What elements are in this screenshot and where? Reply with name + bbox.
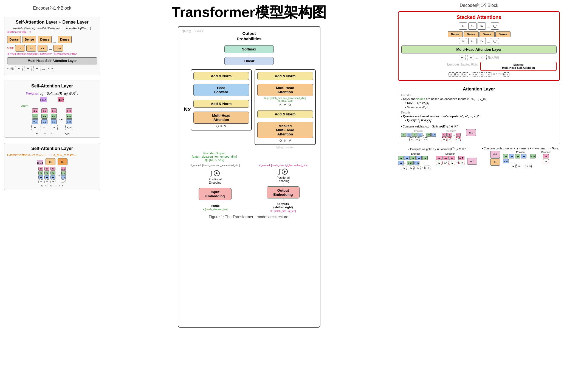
stacked-attn-title: Stacked Attentions [401,15,557,20]
output-embedding: OutputEmbedding [267,186,300,198]
u2-r: u₂ [467,55,474,60]
dec-note-1: • Queries are based on decoder's inputs … [401,115,557,118]
dense-s2: Dense [464,31,479,37]
q-label-dec: Q K V [280,139,291,142]
q-dec-large: q₁ q₂ q₃ ... q_T [436,156,464,160]
dense-s3: Dense [480,31,495,37]
alpha-right-big: α·1 [467,158,477,165]
qkv-b2: q₂ k₂ v₂ x₂ [44,167,49,183]
enc-note-1: • Keys and values are based on encoder's… [401,97,557,101]
qkv-g2: q₋₂ k₋₂ v₋₂ x₂ [41,108,48,130]
main-title: Transformer模型架构图 [172,3,326,22]
u2-group: u₂=ReLU(W₀e_m) [38,27,60,30]
center-panel: Transformer模型架构图 制作自：SHWEI OutputProbabi… [104,0,394,392]
alpha-1-right: α·1 [466,129,476,136]
context-formula: Context vector: c₋₂ = α₁₂v₋₁ + ··· + α_m… [7,153,97,157]
context-diagram-row: α·1 c₁ Encoder k₁ v₁ k₂ v₂ ... k_m [490,151,551,168]
c2-ctx: c₂ [58,158,67,165]
embed-labels-row: X_embed: [batch_size, seq_len, embed_dim… [182,164,316,167]
dec-wave: ∫ [278,168,280,175]
page: Encoder的1个Block Self-Attention Layer + D… [0,0,564,392]
pos-enc-row: ∫ + PositionalEncoding InputEmbedding In… [182,168,316,212]
encoder-block: Add & Norm FeedForward Add & Norm Multi-… [191,69,252,130]
enc-add-norm-1: Add & Norm [193,100,249,108]
tmp-label: tmp: [batch_size,seq_len,embed_dim]kl: [… [264,97,306,102]
decoder-block-title: Decoder的1个Block [398,3,560,8]
dense-stacked-row: Dense Dense Dense Dense [401,31,557,37]
dec-pe-inner: ∫ + [278,168,287,175]
transformer-diagram: 制作自：SHWEI OutputProbabilities Softmax Li… [178,26,320,328]
outputs-label: Outputs(shifted right) [273,202,293,209]
alpha-row: α₋₁ α₋₂ [40,97,64,102]
enc-pe-inner: ∫ + [210,170,219,177]
x1: x₁ [15,66,23,71]
qkv-b1: q₁ k₁ v₁ x₁ [38,167,43,183]
weight-formula-bottom: • Compute weights: α·1 = Softmax(KTq1) ∈… [408,147,467,152]
right-bottom-two: • Compute weights: α·1 = Softmax(KTq1) ∈… [398,147,560,170]
output-section: OutputProbabilities Softmax Linear [182,31,316,68]
s1: s₁ [459,22,467,30]
alpha-c-ctx: α·1 c₁ [490,151,500,168]
kv-label: Q K V [216,124,226,128]
sn: s_n [491,22,499,30]
decoder-block: Add & Norm Multi-HeadAttention tmp: [bat… [255,69,316,145]
x-dec-large: x₁' x₂' x₃' ... x_T' [436,161,464,165]
self-attn-title-2: Self-Attention Layer [7,84,97,89]
encoder-side: Encoder Stacked Right [401,62,478,71]
attn-weight-diagram: α₋₁ α₋₂ query q₋₁ k₋₁ v₋₁ x₁ q₋₂ k₋₂ [7,97,97,135]
z3: z₃ [478,38,486,44]
vline-out1 [249,42,249,44]
dec-add-norm-3: Add & Norm [257,72,313,80]
enc-dec-diagram: Encoder k₁ v₁ k₂ v₂ ... k_m v_m [401,130,461,141]
x-labels-bottom: x₁ x₂ x₃ ... x_m [41,184,64,187]
self-attn-weight-section: Self-Attention Layer Weights: α·j = Soft… [4,81,100,138]
enc-output-text: Encoder Output:[batch_size,seq_len, embe… [182,152,246,162]
qkv-b3: q₃ k₃ v₃ x₃ [50,167,55,183]
encoder-block-title: Encoder的1个Block [4,5,100,11]
c2-box: c₂ [26,45,36,52]
z-boxes-row: z₁ z₂ z₃ ... z_n [401,38,557,44]
enc-plus-circle: + [214,170,220,176]
alpha-col: α·1 [466,124,476,141]
dense-box-1: Dense [7,36,21,43]
attn-layer-title: Attention Layer [401,87,557,92]
dec-q-ctx: Decoder q₁ x₁' [541,151,551,168]
self-attn-title-3: Self-Attention Layer [7,146,97,151]
alpha-2-ctx: α₋₂ [37,160,43,165]
right-bottom-context: • Compute context vector: c₋₁ = α₁₁v₋₁ +… [481,147,560,170]
enc-note-2: • Key: ki = WKxi. [401,101,557,105]
z1: z₁ [459,38,467,44]
enc-add-norm-2: Add & Norm [193,72,249,80]
context-diagram: α₋₂ c₁ c₂ q₁ k₁ v₁ x₁ q₂ k₂ v₂ [7,158,97,187]
encoder-dense-section: Self-Attention Layer + Dense Layer u₁=Re… [4,17,100,75]
kv-large-row: k₁ v₁ k₂ v₂ k₃ v₃ ... k_m v_m [398,156,433,165]
c1-ctx: c₁ [46,158,55,165]
dec-plus-circle: + [282,169,288,175]
c-labels-row: 512维 c₁ c₂ c₃ ... c_m [7,45,97,52]
qkv-bm: q_m k_m v_m x_m [61,167,66,183]
dec-pe-label: PositionalEncoding [277,176,290,183]
x-labels-attn: x₁ x₂ x₃ ... x_m [34,132,70,135]
x-prime-embed-label: X'_embed: [batch_size, tgt_len, embed_di… [250,164,316,167]
enc-note-3: • Value: vi = WVxi. [401,106,557,110]
bottom-labels-row: Encoder Output:[batch_size,seq_len, embe… [182,151,316,163]
vline-out3 [249,66,249,68]
q-diag-row: q₁ q₂ ... q_T [442,133,460,137]
enc-masked-row: Encoder Stacked Right MaskedMulti-Head S… [401,62,557,71]
dec-label-attn: Decoder [401,111,557,114]
qkv-gm: q₋m k₋m v₋m x_m [65,108,73,130]
enc-label-attn: Encoder [401,94,557,97]
enc-dec-combined: Nх Add & Norm FeedForward Add & Norm [182,69,316,149]
encoder-col: Add & Norm FeedForward Add & Norm Multi-… [191,69,252,130]
kv-diag-row: k₁ v₁ k₂ v₂ ... k_m v_m [401,133,436,137]
inputs-label: Inputs [211,204,220,207]
dense-box-2: Dense [22,36,36,43]
decoder-col: Add & Norm Multi-HeadAttention tmp: [bat… [255,69,316,149]
stacked-attentions-box: Stacked Attentions s₁ s₂ s₃ ... s_n Dens… [398,11,560,81]
x-inputs-right: x₁ x₂ x₃ ... x_m x₁' x₂' 输入序列 x_T' [401,72,557,77]
enc-notes: Encoder • Keys and values are based on e… [401,94,557,110]
x-prime-dim-label: X': [batch_size, tgt_len] [270,210,296,212]
un-r: u_n [480,55,487,60]
s3: s₃ [478,22,486,30]
dec-pe-col: ∫ + PositionalEncoding OutputEmbedding O… [250,168,316,212]
